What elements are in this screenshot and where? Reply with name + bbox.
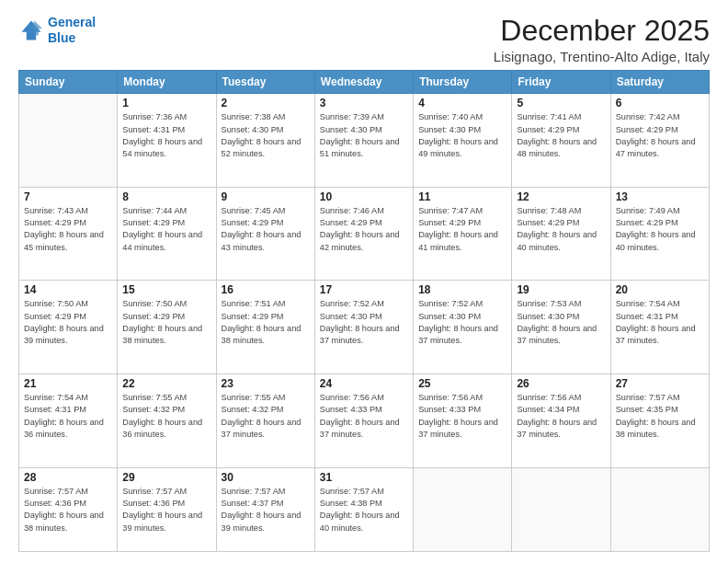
day-number: 24 [320, 377, 408, 390]
table-row: 27Sunrise: 7:57 AMSunset: 4:35 PMDayligh… [610, 374, 709, 468]
day-number: 31 [320, 471, 408, 484]
table-row: 23Sunrise: 7:55 AMSunset: 4:32 PMDayligh… [216, 374, 314, 468]
day-info: Sunrise: 7:41 AMSunset: 4:29 PMDaylight:… [517, 111, 605, 160]
day-info: Sunrise: 7:46 AMSunset: 4:29 PMDaylight:… [320, 205, 408, 254]
day-number: 26 [517, 377, 605, 390]
table-row: 5Sunrise: 7:41 AMSunset: 4:29 PMDaylight… [512, 94, 610, 188]
day-number: 20 [616, 283, 704, 296]
month-title: December 2025 [494, 15, 710, 47]
table-row: 24Sunrise: 7:56 AMSunset: 4:33 PMDayligh… [314, 374, 413, 468]
day-number: 4 [418, 97, 506, 109]
day-number: 22 [122, 377, 210, 390]
table-row: 7Sunrise: 7:43 AMSunset: 4:29 PMDaylight… [19, 187, 118, 281]
day-info: Sunrise: 7:56 AMSunset: 4:33 PMDaylight:… [320, 392, 408, 441]
table-row: 22Sunrise: 7:55 AMSunset: 4:32 PMDayligh… [118, 374, 216, 468]
table-row: 3Sunrise: 7:39 AMSunset: 4:30 PMDaylight… [314, 94, 413, 188]
day-info: Sunrise: 7:55 AMSunset: 4:32 PMDaylight:… [122, 392, 210, 441]
day-number: 21 [24, 377, 112, 390]
col-monday: Monday [118, 71, 216, 94]
table-row [512, 467, 610, 551]
day-number: 30 [222, 471, 310, 484]
calendar-header-row: Sunday Monday Tuesday Wednesday Thursday… [19, 71, 710, 94]
day-info: Sunrise: 7:57 AMSunset: 4:37 PMDaylight:… [222, 486, 310, 534]
logo-general: General [48, 15, 96, 29]
table-row: 9Sunrise: 7:45 AMSunset: 4:29 PMDaylight… [216, 187, 314, 281]
table-row: 29Sunrise: 7:57 AMSunset: 4:36 PMDayligh… [118, 467, 216, 551]
day-info: Sunrise: 7:56 AMSunset: 4:34 PMDaylight:… [517, 392, 605, 441]
col-sunday: Sunday [19, 71, 118, 94]
day-info: Sunrise: 7:49 AMSunset: 4:29 PMDaylight:… [616, 205, 704, 254]
day-info: Sunrise: 7:48 AMSunset: 4:29 PMDaylight:… [517, 205, 605, 254]
table-row: 1Sunrise: 7:36 AMSunset: 4:31 PMDaylight… [118, 94, 216, 188]
col-saturday: Saturday [610, 71, 709, 94]
table-row [19, 94, 118, 188]
day-info: Sunrise: 7:40 AMSunset: 4:30 PMDaylight:… [418, 111, 506, 160]
day-info: Sunrise: 7:47 AMSunset: 4:29 PMDaylight:… [418, 205, 506, 254]
day-info: Sunrise: 7:42 AMSunset: 4:29 PMDaylight:… [616, 111, 704, 160]
table-row: 10Sunrise: 7:46 AMSunset: 4:29 PMDayligh… [314, 187, 413, 281]
table-row: 2Sunrise: 7:38 AMSunset: 4:30 PMDaylight… [216, 94, 314, 188]
table-row: 21Sunrise: 7:54 AMSunset: 4:31 PMDayligh… [19, 374, 118, 468]
day-info: Sunrise: 7:53 AMSunset: 4:30 PMDaylight:… [517, 298, 605, 347]
table-row: 25Sunrise: 7:56 AMSunset: 4:33 PMDayligh… [414, 374, 512, 468]
day-number: 14 [24, 283, 112, 296]
day-number: 19 [517, 283, 605, 296]
table-row: 14Sunrise: 7:50 AMSunset: 4:29 PMDayligh… [19, 281, 118, 374]
day-number: 13 [616, 190, 704, 203]
logo-text: General Blue [48, 15, 96, 46]
day-info: Sunrise: 7:36 AMSunset: 4:31 PMDaylight:… [122, 111, 210, 160]
day-number: 25 [418, 377, 506, 390]
day-info: Sunrise: 7:44 AMSunset: 4:29 PMDaylight:… [122, 205, 210, 254]
table-row: 19Sunrise: 7:53 AMSunset: 4:30 PMDayligh… [512, 281, 610, 374]
table-row: 18Sunrise: 7:52 AMSunset: 4:30 PMDayligh… [414, 281, 512, 374]
logo-blue: Blue [48, 30, 75, 45]
calendar-week-3: 21Sunrise: 7:54 AMSunset: 4:31 PMDayligh… [19, 374, 710, 468]
day-number: 28 [24, 471, 112, 484]
table-row: 6Sunrise: 7:42 AMSunset: 4:29 PMDaylight… [610, 94, 709, 188]
day-info: Sunrise: 7:57 AMSunset: 4:35 PMDaylight:… [616, 392, 704, 441]
table-row: 8Sunrise: 7:44 AMSunset: 4:29 PMDaylight… [118, 187, 216, 281]
table-row: 16Sunrise: 7:51 AMSunset: 4:29 PMDayligh… [216, 281, 314, 374]
table-row [610, 467, 709, 551]
day-info: Sunrise: 7:55 AMSunset: 4:32 PMDaylight:… [222, 392, 310, 441]
table-row: 26Sunrise: 7:56 AMSunset: 4:34 PMDayligh… [512, 374, 610, 468]
day-info: Sunrise: 7:39 AMSunset: 4:30 PMDaylight:… [320, 111, 408, 160]
day-number: 10 [320, 190, 408, 203]
day-number: 9 [222, 190, 310, 203]
col-wednesday: Wednesday [314, 71, 413, 94]
table-row: 31Sunrise: 7:57 AMSunset: 4:38 PMDayligh… [314, 467, 413, 551]
table-row: 20Sunrise: 7:54 AMSunset: 4:31 PMDayligh… [610, 281, 709, 374]
col-tuesday: Tuesday [216, 71, 314, 94]
title-block: December 2025 Lisignago, Trentino-Alto A… [494, 15, 710, 64]
day-info: Sunrise: 7:57 AMSunset: 4:36 PMDaylight:… [24, 486, 112, 534]
day-info: Sunrise: 7:50 AMSunset: 4:29 PMDaylight:… [24, 298, 112, 347]
day-info: Sunrise: 7:52 AMSunset: 4:30 PMDaylight:… [418, 298, 506, 347]
day-info: Sunrise: 7:52 AMSunset: 4:30 PMDaylight:… [320, 298, 408, 347]
day-info: Sunrise: 7:50 AMSunset: 4:29 PMDaylight:… [122, 298, 210, 347]
day-info: Sunrise: 7:43 AMSunset: 4:29 PMDaylight:… [24, 205, 112, 254]
day-info: Sunrise: 7:38 AMSunset: 4:30 PMDaylight:… [222, 111, 310, 160]
day-number: 6 [616, 97, 704, 109]
logo: General Blue [18, 15, 96, 46]
location-title: Lisignago, Trentino-Alto Adige, Italy [494, 49, 710, 64]
day-number: 12 [517, 190, 605, 203]
day-number: 27 [616, 377, 704, 390]
col-friday: Friday [512, 71, 610, 94]
day-number: 18 [418, 283, 506, 296]
calendar-table: Sunday Monday Tuesday Wednesday Thursday… [18, 70, 710, 552]
day-number: 15 [122, 283, 210, 296]
table-row: 11Sunrise: 7:47 AMSunset: 4:29 PMDayligh… [414, 187, 512, 281]
day-number: 29 [122, 471, 210, 484]
day-info: Sunrise: 7:51 AMSunset: 4:29 PMDaylight:… [222, 298, 310, 347]
table-row: 4Sunrise: 7:40 AMSunset: 4:30 PMDaylight… [414, 94, 512, 188]
col-thursday: Thursday [414, 71, 512, 94]
day-number: 23 [222, 377, 310, 390]
day-info: Sunrise: 7:57 AMSunset: 4:36 PMDaylight:… [122, 486, 210, 534]
table-row: 30Sunrise: 7:57 AMSunset: 4:37 PMDayligh… [216, 467, 314, 551]
day-number: 3 [320, 97, 408, 109]
day-number: 2 [222, 97, 310, 109]
day-number: 7 [24, 190, 112, 203]
day-number: 5 [517, 97, 605, 109]
calendar-week-0: 1Sunrise: 7:36 AMSunset: 4:31 PMDaylight… [19, 94, 710, 188]
day-info: Sunrise: 7:57 AMSunset: 4:38 PMDaylight:… [320, 486, 408, 534]
